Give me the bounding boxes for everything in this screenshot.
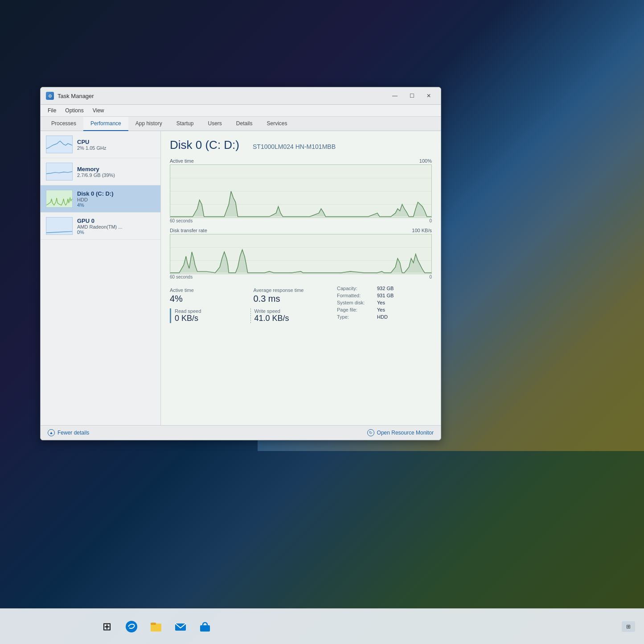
active-time-stat-value: 4% — [170, 294, 245, 304]
menu-bar: File Options View — [41, 105, 441, 117]
gpu0-info: GPU 0 AMD Radeon(TM) ... 0% — [77, 217, 155, 235]
cpu-info: CPU 2% 1.05 GHz — [77, 139, 155, 151]
fewer-details-icon: ▲ — [48, 429, 55, 436]
device-item-gpu0[interactable]: GPU 0 AMD Radeon(TM) ... 0% — [41, 213, 160, 240]
active-time-max: 100% — [419, 158, 432, 164]
tab-bar: Processes Performance App history Startu… — [41, 117, 441, 131]
avg-response-label: Average response time — [254, 287, 328, 293]
stats-section: Active time 4% Average response time 0.3… — [170, 286, 432, 323]
system-disk-row: System disk: Yes — [337, 300, 432, 305]
formatted-value: 931 GB — [377, 293, 394, 298]
tab-app-history[interactable]: App history — [128, 117, 169, 131]
device-item-disk0[interactable]: Disk 0 (C: D:) HDD 4% — [41, 185, 160, 213]
left-panel: CPU 2% 1.05 GHz Memory 2.7/6.9 GB (39%) — [41, 131, 161, 425]
taskbar: ⊞ ⊞ — [0, 608, 644, 644]
left-stats: Active time 4% Average response time 0.3… — [170, 286, 328, 323]
gpu0-thumbnail — [46, 217, 73, 235]
active-time-stat: Active time 4% — [170, 286, 245, 306]
tab-performance[interactable]: Performance — [83, 117, 128, 131]
tab-startup[interactable]: Startup — [169, 117, 201, 131]
page-file-value: Yes — [377, 307, 385, 312]
device-item-memory[interactable]: Memory 2.7/6.9 GB (39%) — [41, 158, 160, 185]
tab-services[interactable]: Services — [260, 117, 295, 131]
right-panel: Disk 0 (C: D:) ST1000LM024 HN-M101MBB Ac… — [161, 131, 441, 425]
formatted-row: Formatted: 931 GB — [337, 293, 432, 298]
disk-transfer-label: Disk transfer rate — [170, 228, 207, 233]
svg-point-0 — [126, 621, 137, 632]
task-view-icon[interactable]: ⊞ — [98, 618, 116, 636]
title-buttons: — ☐ ✕ — [388, 91, 435, 101]
menu-file[interactable]: File — [44, 107, 60, 115]
gpu0-usage: 0% — [77, 230, 155, 235]
fewer-details-label: Fewer details — [57, 430, 89, 436]
menu-options[interactable]: Options — [62, 107, 87, 115]
disk-header: Disk 0 (C: D:) ST1000LM024 HN-M101MBB — [170, 138, 432, 152]
transfer-60s: 60 seconds — [170, 275, 193, 279]
gpu0-label: GPU 0 — [77, 217, 155, 224]
type-row: Type: HDD — [337, 314, 432, 320]
disk-transfer-chart — [170, 234, 432, 274]
disk-title: Disk 0 (C: D:) — [170, 138, 239, 152]
read-speed-value: 0 KB/s — [175, 314, 248, 323]
fewer-details-link[interactable]: ▲ Fewer details — [48, 429, 89, 436]
avg-response-stat: Average response time 0.3 ms — [254, 286, 328, 306]
tab-users[interactable]: Users — [201, 117, 229, 131]
window-title: Task Manager — [57, 93, 94, 99]
disk0-label: Disk 0 (C: D:) — [77, 190, 155, 197]
taskbar-icons: ⊞ — [98, 618, 214, 636]
capacity-row: Capacity: 932 GB — [337, 286, 432, 291]
tab-processes[interactable]: Processes — [44, 117, 83, 131]
active-time-time-row: 60 seconds 0 — [170, 218, 432, 223]
memory-label: Memory — [77, 166, 155, 172]
store-icon[interactable] — [196, 618, 214, 636]
minimize-button[interactable]: — — [388, 91, 402, 101]
svg-rect-5 — [46, 136, 72, 153]
active-time-chart — [170, 164, 432, 218]
cpu-stats: 2% 1.05 GHz — [77, 145, 155, 151]
type-value: HDD — [377, 314, 388, 320]
svg-rect-2 — [151, 623, 156, 625]
title-left: ⚙ Task Manager — [46, 92, 94, 100]
read-speed-block: Read speed 0 KB/s — [170, 308, 248, 323]
write-speed-block: Write speed 41.0 KB/s — [250, 308, 328, 323]
svg-rect-14 — [170, 234, 431, 274]
write-speed-value: 41.0 KB/s — [254, 314, 328, 323]
active-time-section: Active time 100% 6 — [170, 158, 432, 223]
disk-transfer-time-row: 60 seconds 0 — [170, 275, 432, 279]
rw-row: Read speed 0 KB/s Write speed 41.0 KB/s — [170, 308, 328, 323]
close-button[interactable]: ✕ — [422, 91, 435, 101]
mail-icon[interactable] — [172, 618, 189, 636]
capacity-label: Capacity: — [337, 286, 373, 291]
memory-info: Memory 2.7/6.9 GB (39%) — [77, 166, 155, 178]
transfer-0: 0 — [429, 275, 432, 279]
active-time-label-row: Active time 100% — [170, 158, 432, 164]
resource-monitor-label: Open Resource Monitor — [377, 430, 434, 436]
tab-details[interactable]: Details — [229, 117, 260, 131]
active-time-0: 0 — [429, 218, 432, 223]
taskbar-right: ⊞ — [622, 621, 635, 632]
edge-icon[interactable] — [123, 618, 140, 636]
svg-rect-6 — [46, 163, 72, 180]
active-time-stat-label: Active time — [170, 287, 245, 293]
active-time-label: Active time — [170, 158, 194, 164]
menu-view[interactable]: View — [89, 107, 108, 115]
read-speed-label: Read speed — [175, 308, 248, 314]
task-manager-window: ⚙ Task Manager — ☐ ✕ File Options View P… — [40, 87, 441, 440]
cpu-thumbnail — [46, 135, 73, 153]
system-tray[interactable]: ⊞ — [622, 621, 635, 632]
formatted-label: Formatted: — [337, 293, 373, 298]
explorer-icon[interactable] — [147, 618, 165, 636]
disk0-usage: 4% — [77, 202, 155, 208]
capacity-value: 932 GB — [377, 286, 394, 291]
bottom-bar: ▲ Fewer details ↻ Open Resource Monitor — [41, 425, 441, 440]
disk-model: ST1000LM024 HN-M101MBB — [253, 143, 336, 150]
resource-monitor-link[interactable]: ↻ Open Resource Monitor — [367, 429, 434, 436]
task-manager-icon: ⚙ — [46, 92, 54, 100]
svg-rect-4 — [200, 625, 210, 632]
device-item-cpu[interactable]: CPU 2% 1.05 GHz — [41, 131, 160, 158]
disk0-info: Disk 0 (C: D:) HDD 4% — [77, 190, 155, 208]
system-disk-value: Yes — [377, 300, 385, 305]
page-file-label: Page file: — [337, 307, 373, 312]
gpu0-model: AMD Radeon(TM) ... — [77, 224, 155, 230]
maximize-button[interactable]: ☐ — [405, 91, 418, 101]
